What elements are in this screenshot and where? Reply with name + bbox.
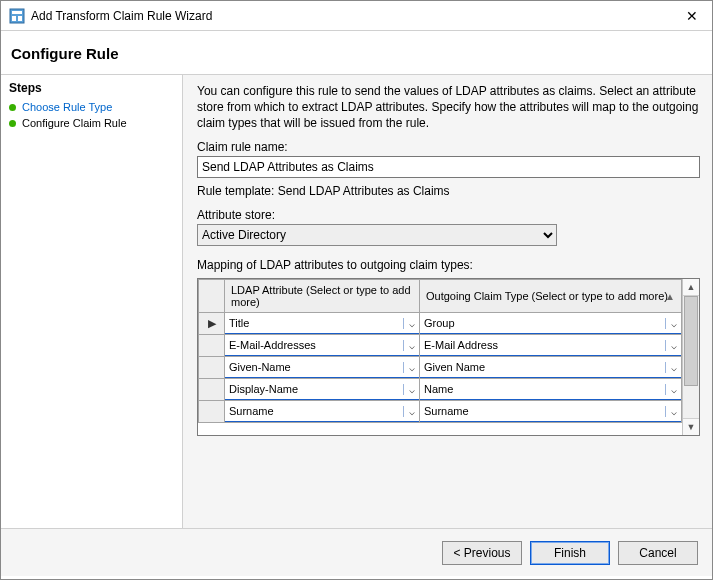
- chevron-down-icon[interactable]: ⌵: [403, 318, 419, 329]
- intro-text: You can configure this rule to send the …: [197, 83, 700, 132]
- chevron-down-icon[interactable]: ⌵: [665, 318, 681, 329]
- window-title: Add Transform Claim Rule Wizard: [31, 9, 672, 23]
- chevron-down-icon[interactable]: ⌵: [665, 384, 681, 395]
- table-row: Given-Name⌵Given Name⌵: [199, 356, 682, 378]
- cell-text: Given Name: [420, 361, 665, 373]
- ldap-attribute-cell[interactable]: Given-Name⌵: [224, 356, 420, 378]
- ldap-attribute-cell[interactable]: E-Mail-Addresses⌵: [224, 334, 420, 356]
- cell-text: E-Mail Address: [420, 339, 665, 351]
- cell-text: Given-Name: [225, 361, 403, 373]
- outgoing-claim-cell[interactable]: E-Mail Address⌵: [419, 334, 682, 356]
- app-icon: [9, 8, 25, 24]
- ldap-attribute-cell[interactable]: Title⌵: [224, 312, 420, 334]
- cell-text: Surname: [420, 405, 665, 417]
- titlebar: Add Transform Claim Rule Wizard ✕: [1, 1, 712, 31]
- outgoing-claim-cell[interactable]: Surname⌵: [419, 400, 682, 422]
- column-ldap-attribute[interactable]: LDAP Attribute (Select or type to add mo…: [225, 279, 420, 312]
- row-marker[interactable]: ▶: [199, 312, 225, 334]
- chevron-down-icon[interactable]: ⌵: [403, 406, 419, 417]
- sort-asc-icon: ▲: [665, 290, 675, 301]
- rule-template-text: Rule template: Send LDAP Attributes as C…: [197, 184, 700, 198]
- chevron-down-icon[interactable]: ⌵: [403, 340, 419, 351]
- cell-text: Surname: [225, 405, 403, 417]
- finish-button[interactable]: Finish: [530, 541, 610, 565]
- svg-rect-2: [12, 16, 16, 21]
- cell-text: Display-Name: [225, 383, 403, 395]
- outgoing-claim-cell[interactable]: Group⌵: [419, 312, 682, 334]
- step-bullet-icon: [9, 104, 16, 111]
- chevron-down-icon[interactable]: ⌵: [403, 384, 419, 395]
- table-row: E-Mail-Addresses⌵E-Mail Address⌵: [199, 334, 682, 356]
- row-marker[interactable]: [199, 400, 225, 422]
- row-marker[interactable]: [199, 334, 225, 356]
- ldap-attribute-cell[interactable]: Surname⌵: [224, 400, 420, 422]
- mapping-grid: LDAP Attribute (Select or type to add mo…: [197, 278, 700, 436]
- close-icon[interactable]: ✕: [672, 1, 712, 31]
- previous-button[interactable]: < Previous: [442, 541, 522, 565]
- step-choose-rule-type[interactable]: Choose Rule Type: [9, 99, 174, 115]
- cell-text: E-Mail-Addresses: [225, 339, 403, 351]
- svg-rect-3: [18, 16, 22, 21]
- step-label: Configure Claim Rule: [22, 117, 127, 129]
- row-marker[interactable]: [199, 356, 225, 378]
- cell-text: Name: [420, 383, 665, 395]
- step-bullet-icon: [9, 120, 16, 127]
- chevron-down-icon[interactable]: ⌵: [403, 362, 419, 373]
- claim-rule-name-input[interactable]: [197, 156, 700, 178]
- content-panel: You can configure this rule to send the …: [183, 75, 712, 528]
- outgoing-claim-cell[interactable]: Name⌵: [419, 378, 682, 400]
- scroll-up-icon[interactable]: ▲: [683, 279, 699, 296]
- steps-panel: Steps Choose Rule Type Configure Claim R…: [1, 75, 183, 528]
- chevron-down-icon[interactable]: ⌵: [665, 362, 681, 373]
- table-row: Display-Name⌵Name⌵: [199, 378, 682, 400]
- steps-heading: Steps: [9, 81, 174, 95]
- scroll-down-icon[interactable]: ▼: [683, 418, 699, 435]
- row-marker[interactable]: [199, 378, 225, 400]
- table-row: ▶Title⌵Group⌵: [199, 312, 682, 334]
- chevron-down-icon[interactable]: ⌵: [665, 340, 681, 351]
- outgoing-claim-cell[interactable]: Given Name⌵: [419, 356, 682, 378]
- cancel-button[interactable]: Cancel: [618, 541, 698, 565]
- attribute-store-select[interactable]: Active Directory: [197, 224, 557, 246]
- column-outgoing-claim-type[interactable]: Outgoing Claim Type (Select or type to a…: [420, 279, 682, 312]
- scroll-thumb[interactable]: [684, 296, 698, 386]
- ldap-attribute-cell[interactable]: Display-Name⌵: [224, 378, 420, 400]
- vertical-scrollbar[interactable]: ▲ ▼: [682, 279, 699, 435]
- step-label: Choose Rule Type: [22, 101, 112, 113]
- cell-text: Group: [420, 317, 665, 329]
- button-bar: < Previous Finish Cancel: [1, 528, 712, 576]
- cell-text: Title: [225, 317, 403, 329]
- scroll-track[interactable]: [683, 296, 699, 418]
- page-title: Configure Rule: [1, 31, 712, 75]
- claim-rule-name-label: Claim rule name:: [197, 140, 700, 154]
- svg-rect-1: [12, 11, 22, 14]
- table-row: Surname⌵Surname⌵: [199, 400, 682, 422]
- step-configure-claim-rule[interactable]: Configure Claim Rule: [9, 115, 174, 131]
- attribute-store-label: Attribute store:: [197, 208, 700, 222]
- row-header-column: [199, 279, 225, 312]
- mapping-label: Mapping of LDAP attributes to outgoing c…: [197, 258, 700, 272]
- chevron-down-icon[interactable]: ⌵: [665, 406, 681, 417]
